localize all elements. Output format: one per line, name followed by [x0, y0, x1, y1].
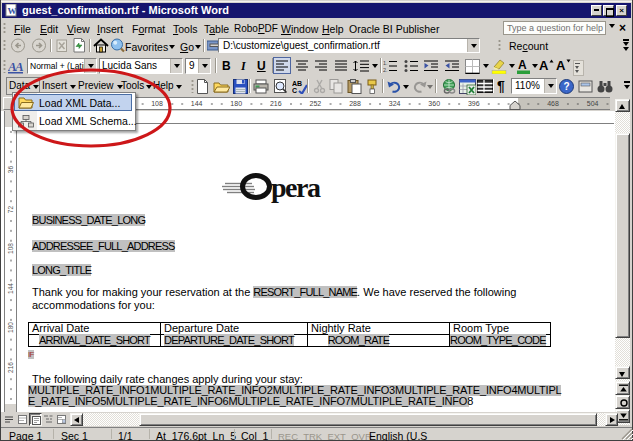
svg-text:A: A — [539, 58, 549, 73]
svg-text:1.: 1. — [383, 60, 388, 66]
svg-text:A: A — [14, 59, 24, 74]
svg-text:pera: pera — [271, 172, 321, 203]
svg-text:C: C — [292, 87, 297, 94]
svg-text:?: ? — [564, 81, 570, 92]
svg-text:2.: 2. — [383, 67, 388, 73]
svg-text:AB: AB — [292, 80, 302, 87]
svg-text:A: A — [556, 58, 566, 73]
svg-text:W: W — [8, 6, 17, 16]
svg-text:A: A — [518, 58, 527, 72]
